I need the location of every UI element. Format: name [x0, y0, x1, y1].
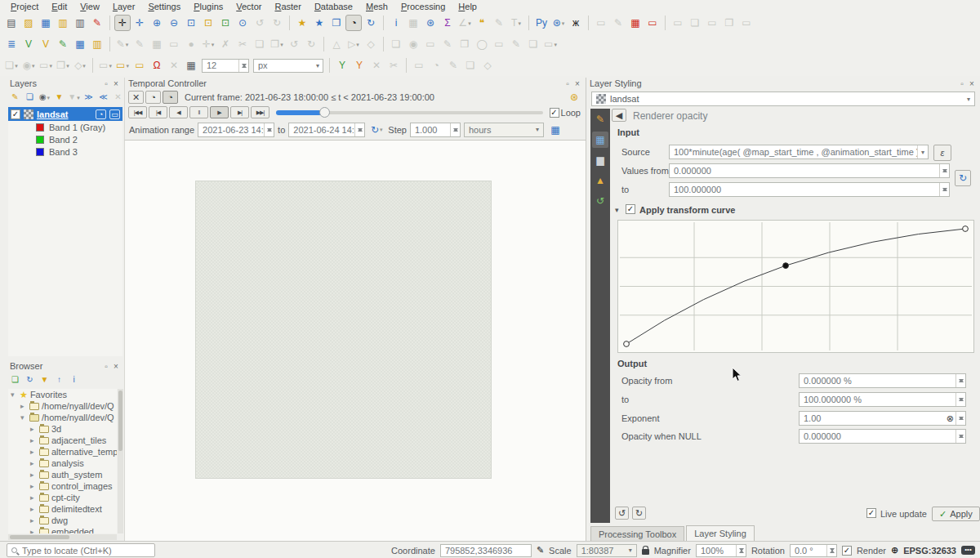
edit-tool-c-button[interactable]: ▭ [422, 36, 439, 52]
tool-g-button[interactable]: ▭ [738, 15, 755, 31]
spinner-buttons[interactable] [939, 164, 949, 177]
vertex-editor-button[interactable]: Y [351, 57, 368, 74]
temporal-indicator-icon[interactable]: ◔ [96, 109, 106, 119]
tree-item-auth-system[interactable]: ▸auth_system [8, 469, 117, 480]
new-geopackage-layer-button[interactable]: ✎ [55, 36, 71, 52]
tree-item-3d[interactable]: ▸3d [8, 423, 117, 435]
close-panel-icon[interactable]: × [111, 79, 121, 88]
play-backward-button[interactable]: ◀ [169, 106, 188, 118]
save-edits-button[interactable]: ▦ [149, 36, 165, 52]
zoom-in-button[interactable]: ⊕ [149, 15, 165, 31]
expander-icon[interactable]: ▸ [30, 516, 37, 525]
range-from-input[interactable]: 2021-06-23 14:00:00 [198, 123, 274, 137]
skip-to-start-button[interactable]: |◀◀ [128, 106, 147, 118]
highlight-pinned-labels-button[interactable]: ▭ [114, 57, 131, 74]
rotation-input[interactable]: 0.0 ° [790, 544, 837, 557]
filter-by-expression-button[interactable]: ▼ [67, 91, 81, 105]
source-expression-input[interactable]: 100*minute(age( @map_start_time , @anima… [669, 145, 929, 159]
cut-features-button[interactable]: ✂ [234, 36, 251, 52]
data-source-manager-button[interactable]: ≣ [3, 36, 20, 52]
frame-forward-button[interactable]: ▶| [230, 106, 249, 118]
lock-scale-icon[interactable] [642, 549, 649, 555]
expander-icon[interactable]: ▸ [30, 425, 37, 433]
menu-layer[interactable]: Layer [107, 2, 141, 11]
zoom-out-button[interactable]: ⊖ [166, 15, 182, 31]
expander-icon[interactable]: ▸ [30, 459, 37, 467]
refresh-map-button[interactable]: ↻ [363, 15, 379, 31]
expand-all-button[interactable]: ≫ [82, 91, 96, 105]
timeline-slider[interactable] [276, 106, 543, 118]
expander-icon[interactable]: ▸ [20, 402, 27, 410]
label-combo-d-button[interactable]: ❐ [55, 57, 71, 74]
statistics-button[interactable]: Σ [439, 15, 456, 31]
debug-button[interactable]: ж [568, 15, 584, 31]
tree-item-dwg[interactable]: ▸dwg [8, 515, 117, 526]
spinner-buttons[interactable] [956, 430, 965, 443]
row3-tool-f-button[interactable]: ❏ [462, 57, 479, 74]
annotation-button[interactable]: ✎ [491, 15, 507, 31]
vertex-tool-b-button[interactable]: ▷ [345, 36, 362, 52]
save-project-button[interactable]: ▦ [38, 15, 54, 31]
notes-indicator-icon[interactable]: ▭ [109, 109, 120, 119]
styling-layer-select[interactable]: landsat [591, 92, 975, 106]
refresh-values-button[interactable]: ↻ [955, 170, 971, 186]
tab-processing-toolbox[interactable]: Processing Toolbox [590, 526, 684, 541]
step-input[interactable]: 1.000 [410, 123, 461, 137]
zoom-native-button[interactable]: ⊙ [234, 15, 251, 31]
pan-map-button[interactable]: ✛ [114, 15, 131, 31]
paste-features-button[interactable]: ❐ [269, 36, 285, 52]
zoom-last-button[interactable]: ↺ [252, 15, 268, 31]
menu-vector[interactable]: Vector [230, 2, 267, 11]
spinner-buttons[interactable] [238, 60, 248, 72]
copy-features-button[interactable]: ❏ [252, 36, 268, 52]
chevron-down-icon[interactable]: ▾ [917, 145, 928, 158]
show-layout-manager-button[interactable]: ▥ [72, 15, 88, 31]
tool-e-button[interactable]: ▭ [704, 15, 720, 31]
apply-transform-curve-checkbox[interactable]: ✓ [626, 204, 635, 214]
menu-project[interactable]: Project [5, 2, 44, 11]
close-panel-icon[interactable]: × [967, 79, 977, 88]
tab-layer-styling[interactable]: Layer Styling [686, 525, 755, 541]
tool-d-button[interactable]: ❏ [687, 15, 703, 31]
undo-style-button[interactable]: ↺ [615, 507, 629, 520]
expander-icon[interactable]: ▸ [30, 448, 37, 456]
expander-icon[interactable]: ▸ [30, 493, 37, 502]
expander-icon[interactable]: ▸ [30, 528, 37, 533]
collapse-all-button[interactable]: ≪ [96, 91, 110, 105]
history-tab[interactable]: ↺ [592, 193, 608, 209]
band-row-1[interactable]: Band 1 (Gray) [8, 121, 122, 133]
layer-item-landsat[interactable]: ✓ landsat ◔ ▭ [8, 107, 122, 121]
collapse-icon[interactable]: ▾ [615, 206, 619, 214]
style-manager-button[interactable]: ✎ [89, 15, 105, 31]
float-panel-icon[interactable]: ▫ [101, 362, 111, 371]
label-combo-e-button[interactable]: ◇ [72, 57, 88, 74]
open-layer-styling-button[interactable]: ✎ [8, 91, 22, 105]
live-update-checkbox[interactable]: ✓ [866, 508, 876, 518]
menu-database[interactable]: Database [309, 2, 359, 11]
mesh-options-button[interactable]: ▭ [644, 15, 661, 31]
remove-layer-button[interactable]: ✕ [111, 91, 125, 105]
move-feature-button[interactable]: ✛ [200, 36, 216, 52]
tree-item-cpt-city[interactable]: ▸cpt-city [8, 492, 117, 503]
vertex-tool-button[interactable]: Y [334, 57, 350, 74]
pan-to-selection-button[interactable]: ✛ [131, 15, 148, 31]
text-annotation-button[interactable]: T [508, 15, 524, 31]
expression-builder-button[interactable]: ε [933, 145, 951, 161]
animated-mode-button[interactable]: ◔ [163, 91, 178, 104]
new-record-button[interactable]: ▭ [166, 36, 182, 52]
values-from-input[interactable]: 0.000000 [669, 163, 950, 178]
step-unit-select[interactable]: hours [464, 123, 544, 137]
browser-vertical-scrollbar[interactable] [118, 389, 123, 533]
spinner-buttons[interactable] [939, 183, 949, 196]
tree-item-delimitedtext[interactable]: ▸delimitedtext [8, 503, 117, 515]
pause-button[interactable]: ‖ [189, 106, 208, 118]
edit-tool-d-button[interactable]: ✎ [439, 36, 456, 52]
refresh-browser-button[interactable]: ↻ [23, 373, 37, 387]
tool-c-button[interactable]: ▭ [670, 15, 686, 31]
trace-button[interactable]: ✕ [166, 57, 182, 74]
tracing-offset-units-select[interactable]: px [253, 59, 323, 73]
zoom-next-button[interactable]: ↻ [269, 15, 285, 31]
scrollbar-thumb[interactable] [10, 535, 69, 539]
add-feature-button[interactable]: ● [183, 36, 199, 52]
measure-button[interactable]: ∠ [457, 15, 473, 31]
